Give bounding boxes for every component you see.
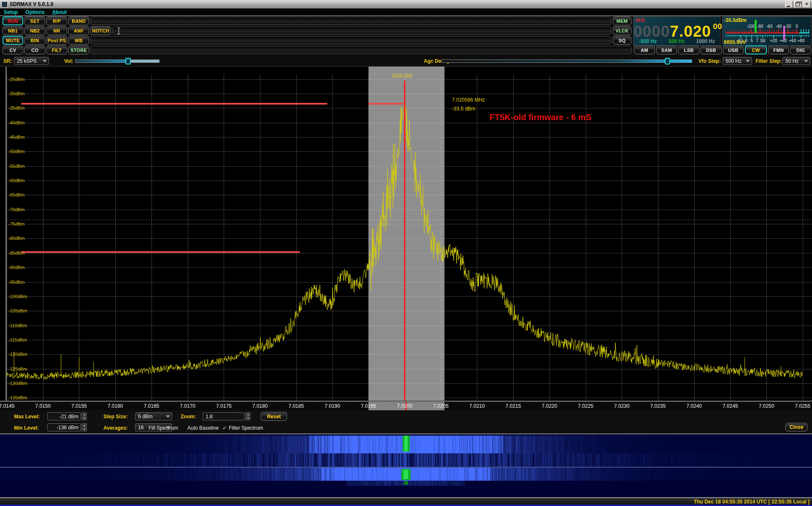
close-window-button[interactable]: × (803, 1, 811, 8)
mode-button-fmn[interactable]: FMN (768, 46, 789, 54)
waterfall-canvas[interactable] (0, 434, 812, 497)
mode-button-dig[interactable]: DIG (790, 46, 811, 54)
freq-tick-label: 7.0215 (506, 403, 521, 409)
svg-text:-100: -100 (747, 24, 755, 29)
max-level-input[interactable]: -21 dBm (47, 412, 81, 420)
menu-item-options[interactable]: Options (22, 9, 48, 15)
min-level-input[interactable]: -136 dBm (47, 423, 81, 431)
freq-tick-label: 7.0195 (361, 403, 376, 409)
button-cv[interactable]: CV (3, 46, 23, 54)
button-wb[interactable]: WB (68, 36, 89, 45)
minimize-button[interactable] (785, 1, 793, 8)
svg-text:+60: +60 (789, 38, 796, 43)
button-anf[interactable]: ANF (68, 26, 89, 35)
step-size-select[interactable]: 5 dBm (135, 412, 172, 420)
min-level-label: Min Level: (14, 425, 39, 431)
button-post-ps[interactable]: Post PS (46, 36, 67, 45)
mode-button-dsb[interactable]: DSB (701, 46, 722, 54)
averages-label: Averages: (103, 425, 128, 431)
title-bar[interactable]: SDRMAX V 5.0.1.0 × (0, 0, 812, 9)
mode-button-sam[interactable]: SAM (656, 46, 677, 54)
waterfall-display[interactable] (0, 433, 812, 498)
freq-tick-label: 7.0145 (0, 403, 14, 409)
button-mute[interactable]: MUTE (3, 36, 23, 45)
filter-spectrum-toggle[interactable]: Filter Spectrum (229, 425, 263, 431)
volume-slider-handle[interactable] (125, 58, 131, 65)
fill-spectrum-toggle[interactable]: Fill Spectrum (149, 425, 178, 431)
freq-tick-label: 7.0235 (650, 403, 666, 409)
zoom-input[interactable]: 1.8 (203, 412, 245, 420)
mode-button-cw[interactable]: CW (745, 46, 767, 54)
svg-text:-60: -60 (766, 24, 773, 29)
controls-row: SR: 25 kSPS Vol: Agc Decay: Vfo Step: 50… (0, 56, 812, 66)
button-nb2[interactable]: NB2 (24, 26, 45, 35)
button-band[interactable]: BAND (68, 16, 89, 25)
button-co[interactable]: CO (24, 46, 45, 54)
button-store[interactable]: STORE (68, 46, 89, 54)
freq-tick-label: 7.0250 (759, 403, 774, 409)
sdrmax-window: SDRMAX V 5.0.1.0 × SetupOptionsAbout RUN… (0, 0, 812, 506)
vfo-step-value: 500 Hz (725, 58, 742, 64)
mode-button-lsb[interactable]: LSB (678, 46, 699, 54)
volume-slider[interactable] (75, 59, 160, 63)
reset-button[interactable]: Reset (261, 412, 287, 421)
svg-text:0: 0 (796, 24, 798, 29)
close-button[interactable]: Close (785, 423, 807, 431)
button-filt[interactable]: FILT (46, 46, 67, 54)
cursor-dbm-readout: -33.5 dBm (452, 106, 475, 112)
dropdown-arrow-icon (43, 60, 47, 62)
freq-tick-label: 7.0150 (35, 403, 51, 409)
button-notch[interactable]: NOTCH (90, 26, 111, 35)
agc-decay-slider[interactable] (441, 59, 692, 63)
button-sq[interactable]: SQ (613, 36, 631, 45)
freq-tick-label: 7.0210 (469, 403, 485, 409)
freq-tick-label: 7.0205 (433, 403, 449, 409)
menu-item-setup[interactable]: Setup (0, 9, 22, 15)
restore-button[interactable] (794, 1, 802, 8)
vfo-step-select[interactable]: 500 Hz (723, 57, 752, 65)
status-bar: Thu Dec 18 04:55:35 2014 UTC [ 22:55:35 … (0, 498, 812, 506)
mode-button-usb[interactable]: USB (723, 46, 744, 54)
filter-step-label: Filter Step: (755, 58, 782, 64)
svg-text:+20: +20 (770, 38, 777, 43)
max-level-label: Max Level: (14, 414, 40, 420)
step-size-label: Step Size: (103, 414, 127, 420)
zoom-spinner[interactable] (245, 412, 251, 420)
button-nr[interactable]: NR (46, 26, 67, 35)
panel-groove (90, 46, 632, 54)
spectrum-display[interactable]: 7020.000 7.020586 MHz -33.5 dBm FT5K-old… (0, 66, 812, 401)
max-level-spinner[interactable] (81, 412, 87, 420)
button-run[interactable]: RUN (3, 16, 23, 25)
vfo-sub-mid: 500 Hz (662, 38, 691, 44)
clock-readout: Thu Dec 18 04:55:35 2014 UTC [ 22:55:35 … (694, 499, 812, 505)
dropdown-arrow-icon (166, 415, 170, 418)
min-level-spinner[interactable] (81, 423, 87, 431)
vfo-sub-left: -500 Hz (633, 38, 662, 44)
svg-text:+80: +80 (798, 38, 805, 43)
cursor-mhz-readout: 7.020586 MHz (452, 97, 485, 103)
mode-button-am[interactable]: AM (634, 46, 655, 54)
button-vlck[interactable]: VLCK (613, 26, 631, 35)
filter-step-select[interactable]: 50 Hz (782, 57, 810, 65)
button-set[interactable]: SET (24, 16, 45, 25)
freq-tick-label: 7.0255 (795, 403, 810, 409)
freq-tick-label: 7.0240 (686, 403, 702, 409)
button-mem[interactable]: MEM (613, 16, 631, 25)
panel-groove (90, 36, 611, 44)
sample-rate-select[interactable]: 25 kSPS (14, 57, 49, 65)
button-nb1[interactable]: NB1 (3, 26, 23, 35)
menu-item-about[interactable]: About (49, 9, 71, 15)
freq-tick-label: 7.0155 (71, 403, 87, 409)
agc-decay-slider-handle[interactable] (665, 58, 670, 65)
vfo-step-label: Vfo Step: (698, 58, 721, 64)
vfo-display[interactable]: VFO 00007.020 000.0 -500 Hz 500 Hz 1000 … (633, 16, 720, 46)
s-meter-dbm-readout: -30.5dBm (724, 17, 747, 23)
button-r-p[interactable]: R/P (46, 16, 67, 25)
freq-tick-label: 7.0220 (541, 403, 557, 409)
button-bin[interactable]: BIN (24, 36, 45, 45)
freq-tick-label: 7.0200 (397, 403, 413, 409)
auto-baseline-toggle[interactable]: Auto Baseline (187, 425, 219, 431)
dropdown-arrow-icon (746, 60, 750, 62)
spectrum-canvas[interactable] (0, 67, 812, 401)
window-title: SDRMAX V 5.0.1.0 (10, 1, 53, 7)
